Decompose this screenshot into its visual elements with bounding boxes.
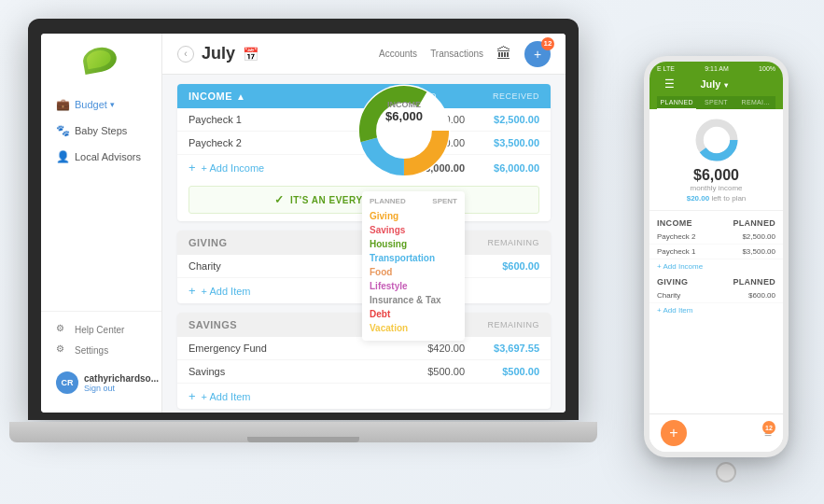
sidebar-item-budget-label: Budget [75, 99, 107, 110]
planned-col-label: PLANNED [370, 197, 406, 205]
budget-icon: 💼 [56, 98, 69, 111]
income-total-received: $6,000.00 [465, 162, 539, 174]
sidebar-item-advisors[interactable]: 👤 Local Advisors [49, 145, 154, 169]
phone-tabs: PLANNED SPENT REMAI... [657, 96, 775, 109]
top-bar: ‹ July 📅 Accounts Transactions 🏛 + 12 [162, 34, 566, 75]
user-info: cathyrichardso... Sign out [84, 373, 159, 393]
transactions-link[interactable]: Transactions [430, 49, 483, 59]
babysteps-icon: 🐾 [56, 124, 69, 137]
logo-leaf [81, 45, 119, 75]
donut-category: INCOME [343, 100, 465, 109]
phone-donut-svg [693, 117, 740, 163]
phone-month-text: July [700, 78, 720, 90]
phone-tab-spent[interactable]: SPENT [696, 96, 735, 109]
phone-battery: 100% [759, 65, 775, 72]
phone-add-income[interactable]: + Add Income [649, 259, 783, 273]
phone-paycheck1-amount: $3,500.00 [742, 247, 775, 256]
phone-income-amount: $6,000 [657, 167, 775, 184]
phone-add-icon: + [669, 425, 677, 441]
income-title: INCOME [189, 91, 232, 102]
income-chevron-icon[interactable]: ▲ [236, 91, 245, 102]
charity-remaining: $600.00 [465, 260, 539, 272]
check-icon: ✓ [274, 193, 285, 206]
income-received-label: RECEIVED [493, 91, 539, 101]
sidebar-item-budget[interactable]: 💼 Budget ▾ [49, 92, 154, 117]
phone-tab-planned[interactable]: PLANNED [657, 96, 696, 109]
donut-chart-svg [343, 70, 465, 191]
phone-giving-title: GIVING [657, 277, 688, 287]
phone-screen: E LTE 9:11 AM 100% ☰ July ▾ PLANNED [649, 62, 783, 452]
phone-scroll[interactable]: INCOME PLANNED Paycheck 2 $2,500.00 Payc… [649, 211, 783, 413]
phone-income-title: INCOME [657, 218, 692, 228]
table-row: Savings $500.00 $500.00 [177, 360, 551, 384]
phone-paycheck2-amount: $2,500.00 [742, 232, 775, 241]
logo-icon [83, 48, 120, 76]
charity-name: Charity [189, 260, 390, 272]
settings-item[interactable]: ⚙ Settings [49, 340, 154, 360]
transactions-badge: 12 [541, 37, 554, 50]
laptop-base [9, 422, 597, 442]
phone-tab-remaining-label: REMAI... [742, 99, 770, 105]
user-area: CR cathyrichardso... Sign out [49, 364, 154, 401]
savings-title: SAVINGS [189, 319, 237, 330]
category-vacation[interactable]: Vacation [370, 321, 457, 335]
calendar-icon[interactable]: 📅 [243, 47, 258, 62]
phone-left-text: left to plan [711, 194, 746, 203]
phone-add-button[interactable]: + [661, 420, 687, 446]
category-lifestyle[interactable]: Lifestyle [370, 279, 457, 293]
category-housing[interactable]: Housing [370, 237, 457, 251]
phone-income-area: $6,000 monthly income $20.00 left to pla… [649, 109, 783, 211]
sign-out-link[interactable]: Sign out [84, 384, 159, 393]
savings-remaining-label: REMAINING [487, 320, 539, 329]
phone-badge-button[interactable]: ≡ 12 [764, 425, 772, 441]
prev-month-button[interactable]: ‹ [177, 46, 194, 63]
transactions-plus-icon: + [534, 47, 541, 62]
phone-month-chevron-icon: ▾ [724, 81, 728, 90]
phone-left-amount: $20.00 [687, 194, 709, 203]
phone-menu-icon[interactable]: ☰ [664, 77, 675, 91]
spent-col-label: SPENT [432, 197, 457, 205]
top-bar-right: Accounts Transactions 🏛 + 12 [379, 41, 551, 67]
phone-income-label: monthly income [657, 184, 775, 192]
advisors-icon: 👤 [56, 150, 69, 163]
phone-giving-col-label: PLANNED [733, 277, 775, 287]
transactions-button[interactable]: + 12 [524, 41, 551, 67]
savings-planned: $500.00 [390, 366, 465, 377]
user-name: cathyrichardso... [84, 373, 159, 384]
phone-giving-section: GIVING PLANNED [649, 273, 783, 288]
accounts-icon[interactable]: 🏛 [496, 46, 511, 63]
category-list-header: PLANNED SPENT [370, 197, 457, 205]
phone-donut-mini [693, 117, 740, 163]
add-savings-row[interactable]: + + Add Item [177, 384, 551, 409]
phone-status-bar: E LTE 9:11 AM 100% [657, 65, 775, 72]
list-item: Paycheck 1 $3,500.00 [649, 245, 783, 259]
phone-add-giving[interactable]: + Add Item [649, 303, 783, 317]
phone-notch-area: E LTE 9:11 AM 100% ☰ July ▾ PLANNED [649, 62, 783, 109]
sidebar-item-babysteps[interactable]: 🐾 Baby Steps [49, 119, 154, 143]
sidebar-item-babysteps-label: Baby Steps [75, 125, 127, 136]
help-center-label: Help Center [75, 325, 124, 335]
phone-tab-remaining[interactable]: REMAI... [736, 96, 775, 109]
paycheck2-received: $3,500.00 [465, 137, 539, 148]
phone-paycheck1-name: Paycheck 1 [657, 247, 695, 256]
category-insurance[interactable]: Insurance & Tax [370, 293, 457, 307]
user-initials: CR [62, 378, 74, 387]
category-savings[interactable]: Savings [370, 223, 457, 237]
add-savings-icon: + [189, 389, 196, 403]
savings-name: Savings [189, 366, 390, 377]
phone-month: July ▾ [700, 78, 727, 90]
accounts-link[interactable]: Accounts [379, 49, 417, 59]
phone-income-col-label: PLANNED [733, 218, 775, 228]
donut-chart-area: INCOME $6,000 [343, 70, 465, 191]
help-center-item[interactable]: ⚙ Help Center [49, 319, 154, 340]
list-item: Charity $600.00 [649, 288, 783, 303]
category-debt[interactable]: Debt [370, 307, 457, 321]
phone-time: 9:11 AM [705, 65, 729, 72]
sidebar-nav: 💼 Budget ▾ 🐾 Baby Steps 👤 Local Advisors [41, 92, 161, 311]
category-transportation[interactable]: Transportation [370, 251, 457, 265]
phone-home-button[interactable] [716, 462, 736, 483]
emergency-fund-name: Emergency Fund [189, 343, 390, 354]
sidebar: 💼 Budget ▾ 🐾 Baby Steps 👤 Local Advisors [41, 34, 162, 413]
category-food[interactable]: Food [370, 265, 457, 279]
category-giving[interactable]: Giving [370, 209, 457, 223]
